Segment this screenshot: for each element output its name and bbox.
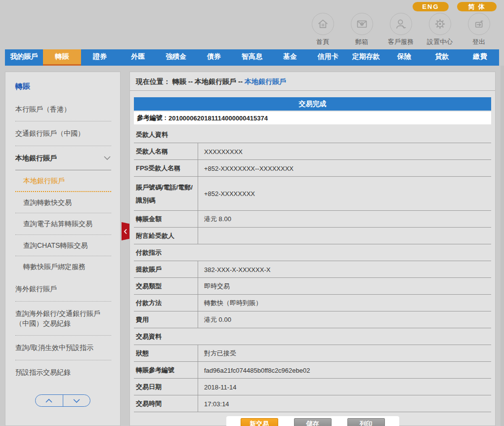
nav-tab-my-accounts[interactable]: 我的賬戶 xyxy=(5,49,43,66)
sidebar-scroll-up-button[interactable] xyxy=(36,395,63,406)
scrollbar[interactable] xyxy=(501,66,504,426)
nav-tab-securities[interactable]: 證券 xyxy=(81,49,119,66)
print-button[interactable]: 列印 xyxy=(347,418,385,426)
row-value: 17:03:14 xyxy=(198,395,491,412)
sidebar-item-fps-enquiry[interactable]: 查詢轉數快交易 xyxy=(15,192,111,213)
row-value: 382-XXX-X-XXXXXX-X xyxy=(198,261,491,277)
table-row: 交易日期 2018-11-14 xyxy=(134,379,491,395)
nav-tab-time-deposit[interactable]: 定期存款 xyxy=(347,49,385,66)
row-value: +852-XXXXXXXX--XXXXXXXX xyxy=(198,160,491,176)
sidebar-title: 轉賬 xyxy=(15,80,111,97)
chevron-down-icon xyxy=(73,398,81,403)
logout-label: 登出 xyxy=(472,38,485,46)
main-nav: 我的賬戶 轉賬 證券 外匯 強積金 債券 智高息 基金 信用卡 定期存款 保險 … xyxy=(5,49,499,66)
section-title-payee-info: 受款人資料 xyxy=(134,126,491,143)
row-label: 交易類型 xyxy=(134,278,198,294)
action-button-bar: 新交易 儲存 列印 xyxy=(226,416,399,426)
reference-number-value: 2010000620181114000000415374 xyxy=(168,115,268,122)
table-row: 附言給受款人 xyxy=(134,228,491,244)
home-link[interactable]: 首頁 xyxy=(308,13,337,46)
sidebar-item-standing-instruction-records[interactable]: 預設指示交易紀錄 xyxy=(15,360,111,384)
settings-icon xyxy=(429,13,451,35)
sidebar-item-fps-binding[interactable]: 轉數快賬戶綁定服務 xyxy=(15,256,111,277)
row-label: 提款賬戶 xyxy=(134,261,198,277)
settings-link[interactable]: 設置中心 xyxy=(425,13,454,46)
customer-service-link[interactable]: 客戶服務 xyxy=(386,13,415,46)
row-label: 受款人名稱 xyxy=(134,143,198,159)
breadcrumb-current[interactable]: 本地銀行賬戶 xyxy=(245,77,286,85)
nav-tab-insurance[interactable]: 保險 xyxy=(385,49,423,66)
nav-tab-credit-card[interactable]: 信用卡 xyxy=(309,49,347,66)
sidebar-scroll-down-button[interactable] xyxy=(63,395,90,406)
sidebar-item-local-bank-accounts-current[interactable]: 本地銀行賬戶 xyxy=(15,170,111,192)
transaction-complete-banner: 交易完成 xyxy=(134,97,491,111)
sidebar-item-cancel-standing-instruction[interactable]: 查詢/取消生效中預設指示 xyxy=(15,336,111,360)
save-button[interactable]: 儲存 xyxy=(294,418,332,426)
table-row: 費用 港元 0.00 xyxy=(134,311,491,328)
chevron-down-icon xyxy=(103,155,111,160)
table-row: 狀態 對方已接受 xyxy=(134,345,491,362)
sidebar-item-local-bank-accounts[interactable]: 本地銀行賬戶 xyxy=(15,146,111,170)
customer-service-label: 客戶服務 xyxy=(388,38,414,46)
breadcrumb-label: 現在位置： xyxy=(136,77,170,85)
nav-tab-bonds[interactable]: 債券 xyxy=(195,49,233,66)
sidebar-item-echeque-enquiry[interactable]: 查詢電子結算轉賬交易 xyxy=(15,213,111,234)
table-row: 交易類型 即時交易 xyxy=(134,278,491,295)
logout-icon xyxy=(468,13,490,35)
row-value: +852-XXXXXXXX xyxy=(198,177,491,210)
nav-tab-mpf[interactable]: 強積金 xyxy=(157,49,195,66)
nav-tab-transfer[interactable]: 轉賬 xyxy=(43,49,81,66)
nav-tab-payments[interactable]: 繳費 xyxy=(461,49,499,66)
row-label: 交易時間 xyxy=(134,395,198,412)
language-english-button[interactable]: ENG xyxy=(413,2,449,11)
new-transaction-button[interactable]: 新交易 xyxy=(241,418,278,426)
breadcrumb-path: 轉賬 -- 本地銀行賬戶 -- xyxy=(172,77,245,85)
nav-tab-funds[interactable]: 基金 xyxy=(271,49,309,66)
nav-tab-fx[interactable]: 外匯 xyxy=(119,49,157,66)
row-label: FPS受款人名稱 xyxy=(134,160,198,176)
sidebar-item-bocom-china[interactable]: 交通銀行賬戶（中國） xyxy=(15,121,111,146)
row-value: 港元 0.00 xyxy=(198,311,491,328)
nav-tab-smart-interest[interactable]: 智高息 xyxy=(233,49,271,66)
row-label: 轉賬參考編號 xyxy=(134,362,198,378)
sidebar-item-overseas-bank[interactable]: 海外銀行賬戶 xyxy=(15,277,111,301)
row-value: fad96a21fc074485b0ff8c2c962ebe02 xyxy=(198,362,491,378)
language-simplified-button[interactable]: 简 体 xyxy=(457,2,497,11)
table-row: 轉賬金額 港元 8.00 xyxy=(134,211,491,228)
row-label: 交易日期 xyxy=(134,379,198,395)
nav-tab-loans[interactable]: 貸款 xyxy=(423,49,461,66)
chevron-left-icon xyxy=(124,229,127,234)
customer-service-icon xyxy=(390,13,412,35)
section-title-transaction-info: 交易資料 xyxy=(134,328,491,345)
row-label: 賬戶號碼/電話/電郵/識別碼 xyxy=(134,177,198,210)
top-header: ENG 简 体 首頁 xyxy=(0,0,504,49)
row-label: 費用 xyxy=(134,311,198,328)
reference-number-row: 參考編號 : 2010000620181114000000415374 xyxy=(134,112,491,124)
sidebar-item-overseas-enquiry[interactable]: 查詢海外銀行/交通銀行賬戶（中國）交易紀錄 xyxy=(15,302,111,336)
mail-icon xyxy=(351,13,373,35)
row-value: XXXXXXXXX xyxy=(198,143,491,159)
section-title-payment-instruction: 付款指示 xyxy=(134,244,491,261)
sidebar-pager xyxy=(35,394,90,407)
mailbox-link[interactable]: 郵箱 xyxy=(347,13,376,46)
table-row: FPS受款人名稱 +852-XXXXXXXX--XXXXXXXX xyxy=(134,160,491,177)
content-panel: 現在位置： 轉賬 -- 本地銀行賬戶 -- 本地銀行賬戶 交易完成 參考編號 :… xyxy=(129,72,496,426)
logout-link[interactable]: 登出 xyxy=(464,13,493,46)
settings-label: 設置中心 xyxy=(427,38,453,46)
row-label: 付款方法 xyxy=(134,295,198,311)
sidebar-item-label: 本地銀行賬戶 xyxy=(15,153,57,163)
quick-links: 首頁 郵箱 客戶服務 xyxy=(308,13,493,46)
sidebar-item-chats-enquiry[interactable]: 查詢CHATS轉賬交易 xyxy=(15,235,111,256)
row-value: 港元 8.00 xyxy=(198,211,491,227)
sidebar: 轉賬 本行賬戶（香港） 交通銀行賬戶（中國） 本地銀行賬戶 本地銀行賬戶 查詢轉… xyxy=(5,72,121,426)
sidebar-collapse-handle[interactable] xyxy=(122,222,129,240)
row-value: 轉數快（即時到賬） xyxy=(198,295,491,311)
row-value: 2018-11-14 xyxy=(198,379,491,395)
row-value: 即時交易 xyxy=(198,278,491,294)
mailbox-label: 郵箱 xyxy=(355,38,368,46)
table-row: 付款方法 轉數快（即時到賬） xyxy=(134,295,491,311)
table-row: 受款人名稱 XXXXXXXXX xyxy=(134,143,491,160)
table-row: 轉賬參考編號 fad96a21fc074485b0ff8c2c962ebe02 xyxy=(134,362,491,379)
sidebar-item-bank-accounts-hk[interactable]: 本行賬戶（香港） xyxy=(15,97,111,121)
chevron-up-icon xyxy=(45,398,53,403)
